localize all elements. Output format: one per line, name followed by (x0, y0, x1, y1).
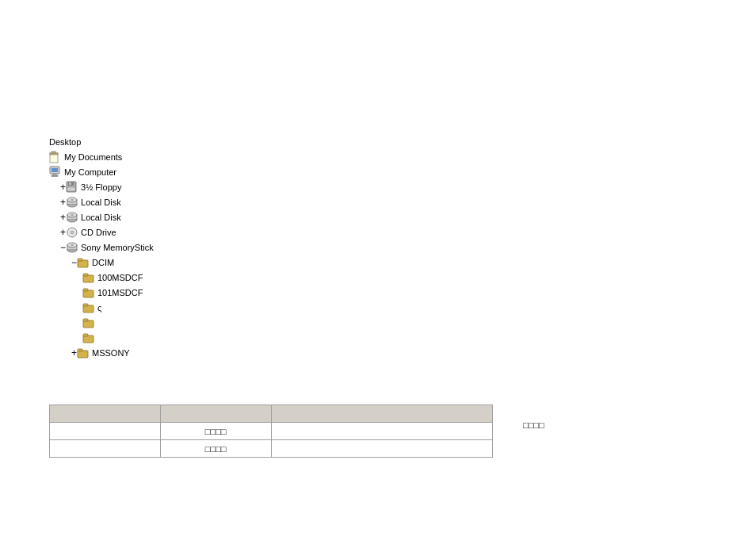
svg-rect-37 (83, 334, 88, 336)
101msdcf-label: 101MSDCF (97, 288, 143, 297)
main-container: Desktop My Documents My Computer (0, 0, 756, 533)
extra-label: □□□□ (523, 420, 544, 430)
svg-rect-9 (69, 182, 71, 185)
svg-point-14 (71, 199, 74, 201)
empty1-label: ς (97, 303, 101, 313)
table-cell-1-2: □□□□ (160, 423, 271, 440)
local-disk-c-label: Local Disk (81, 197, 121, 207)
table-header-3 (271, 405, 492, 423)
tree-item-101msdcf[interactable]: 101MSDCF (49, 286, 154, 300)
tree-item-folder-empty1[interactable]: ς (49, 301, 154, 315)
data-table: □□□□ □□□□ (49, 405, 493, 458)
expander-floppy[interactable]: + (60, 182, 66, 193)
tree-item-local-disk-c[interactable]: + Local Disk (49, 195, 154, 209)
tree-item-mssony[interactable]: + MSSONY (49, 346, 154, 360)
table-cell-2-2: □□□□ (160, 440, 271, 458)
floppy-label: 3½ Floppy (81, 182, 121, 192)
svg-rect-39 (78, 349, 82, 351)
tree-item-dcim[interactable]: − DCIM (49, 255, 154, 270)
table-cell-2-1 (50, 440, 161, 458)
harddisk-c-icon (66, 196, 78, 209)
svg-point-21 (71, 232, 73, 233)
dcim-label: DCIM (92, 258, 114, 267)
svg-rect-4 (52, 168, 58, 172)
999msdcf-folder-icon (82, 332, 95, 344)
local-disk-d-label: Local Disk (81, 213, 121, 222)
expander-cd[interactable]: + (60, 227, 66, 238)
tree-item-my-computer[interactable]: My Computer (49, 165, 154, 179)
my-documents-icon (49, 151, 62, 163)
svg-rect-31 (83, 289, 88, 291)
sony-memorystick-label: Sony MemoryStick (81, 243, 154, 252)
tree-item-sony-memorystick[interactable]: − Sony MemoryStick (49, 240, 154, 255)
tree-item-my-documents[interactable]: My Documents (49, 150, 154, 164)
table-header-2 (160, 405, 271, 423)
svg-point-18 (71, 214, 74, 216)
table-cell-2-3 (271, 440, 492, 458)
svg-rect-33 (83, 304, 88, 306)
svg-rect-35 (83, 319, 88, 321)
my-documents-label: My Documents (64, 152, 122, 162)
tree-item-100msdcf[interactable]: 100MSDCF (49, 270, 154, 285)
table-section: □□□□ □□□□ (49, 405, 493, 458)
table-cell-1-3 (271, 423, 492, 440)
svg-rect-10 (67, 187, 75, 191)
cd-drive-label: CD Drive (81, 228, 116, 237)
table-row-2: □□□□ (50, 440, 493, 458)
100msdcf-folder-icon (82, 271, 95, 284)
tree-item-desktop[interactable]: Desktop (49, 135, 154, 149)
harddisk-d-icon (66, 211, 78, 224)
floppy-icon (66, 181, 78, 194)
dcim-folder-icon (77, 256, 90, 269)
svg-rect-2 (52, 151, 55, 153)
expander-local-c[interactable]: + (60, 197, 66, 208)
computer-icon (49, 166, 62, 178)
table-cell-1-1 (50, 423, 161, 440)
memorystick-icon (66, 241, 78, 254)
svg-rect-29 (83, 274, 88, 276)
table-header-1 (50, 405, 161, 423)
tree-item-999msdcf[interactable] (49, 331, 154, 345)
svg-point-25 (71, 244, 74, 246)
tree-section: Desktop My Documents My Computer (49, 135, 154, 361)
desktop-label: Desktop (49, 137, 81, 147)
100msdcf-label: 100MSDCF (97, 273, 143, 282)
expander-dcim[interactable]: − (71, 257, 77, 268)
tree-item-floppy[interactable]: + 3½ Floppy (49, 180, 154, 194)
mssony-folder-icon (77, 347, 90, 359)
101msdcf-folder-icon (82, 286, 95, 299)
table-row-1: □□□□ (50, 423, 493, 440)
svg-rect-27 (78, 259, 82, 261)
empty2-folder-icon (82, 316, 95, 329)
tree-item-cd-drive[interactable]: + CD Drive (49, 225, 154, 240)
expander-mssony[interactable]: + (71, 347, 77, 359)
svg-rect-5 (53, 174, 56, 175)
expander-sony[interactable]: − (60, 242, 66, 253)
tree-item-local-disk-d[interactable]: + Local Disk (49, 210, 154, 224)
mssony-label: MSSONY (92, 348, 130, 358)
svg-rect-6 (52, 175, 58, 177)
tree-item-folder-empty2[interactable] (49, 316, 154, 330)
cdrom-icon (66, 226, 78, 239)
expander-local-d[interactable]: + (60, 212, 66, 223)
empty1-folder-icon (82, 301, 95, 314)
my-computer-label: My Computer (64, 167, 116, 177)
